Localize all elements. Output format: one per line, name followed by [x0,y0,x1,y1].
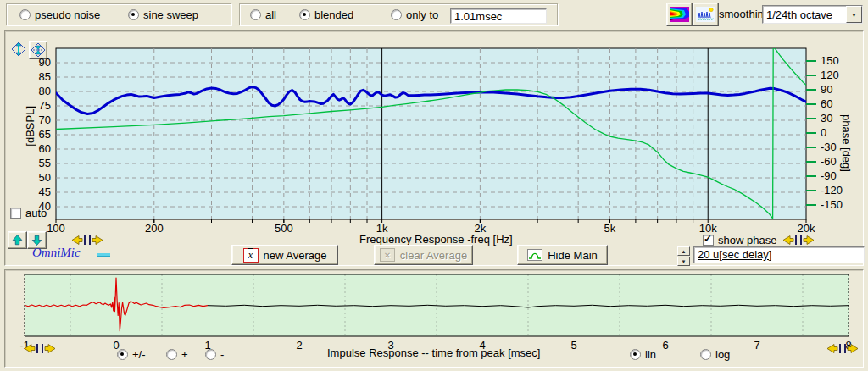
svg-text:30: 30 [821,112,832,125]
auto-scale-checkbox[interactable]: auto [10,207,47,219]
clear-average-icon: ✕ [380,248,395,262]
left-right-arrows-icon [826,343,859,354]
svg-text:100: 100 [47,222,65,235]
svg-text:50: 50 [39,171,51,184]
radio-scale-lin[interactable]: lin [630,348,656,361]
radio-label: + [181,348,188,361]
radio-label: all [265,8,276,21]
radio-label: pseudo noise [35,8,100,21]
radio-label: sine sweep [143,8,198,21]
radio-polarity-minus[interactable]: - [205,348,224,361]
spectrogram-button[interactable] [666,3,693,26]
svg-text:2: 2 [296,339,302,352]
curve-icon [527,249,542,261]
legend-omnimic-label: OmniMic [32,246,81,260]
svg-text:-30: -30 [821,141,837,153]
radio-circle [391,9,402,20]
phase-scroll-control[interactable] [782,235,815,246]
svg-text:45: 45 [39,186,51,198]
frequency-response-panel: 1002005001k2k5k10k20k9085807570656055504… [4,30,864,266]
impulse-scroll-right-control[interactable] [826,343,859,354]
new-average-button[interactable]: x new Average [231,245,338,265]
db-axis-label: [dBSPL] [24,106,36,147]
fr-chart-title: Frequency Response -freq [Hz] [359,233,513,246]
svg-text:60: 60 [39,142,51,155]
svg-text:70: 70 [39,114,51,126]
radio-label: +/- [132,348,146,361]
clear-average-button[interactable]: ✕ clear Average [374,245,473,265]
svg-text:-120: -120 [821,184,843,197]
legend-main-curve-swatch [97,253,110,257]
delay-input[interactable]: 20 u[sec delay] [693,246,865,263]
radio-scale-log[interactable]: log [700,348,730,361]
smoothing-value: 1/24th octave [763,8,846,21]
checkbox-label: show phase [718,234,776,246]
impulse-scroll-left-control[interactable] [24,343,56,354]
scroll-left-right-control[interactable] [71,235,103,246]
svg-text:0: 0 [821,126,826,139]
checkbox-box [10,208,21,219]
radio-label: only to [406,8,438,21]
svg-text:-150: -150 [821,198,843,211]
spectrogram-icon [670,7,689,22]
svg-text:-90: -90 [821,169,837,182]
svg-text:5: 5 [570,339,576,352]
checkbox-box [703,235,714,246]
svg-text:20k: 20k [798,222,815,235]
impulse-response-panel: -1012345678 +/- + - Impulse Response -- … [4,269,864,368]
svg-text:200: 200 [145,222,164,235]
smoothing-dropdown[interactable]: 1/24th octave ▼ [762,5,863,24]
frequency-response-plot[interactable]: 1002005001k2k5k10k20k9085807570656055504… [5,31,863,239]
radio-label: - [220,348,224,361]
radio-blended[interactable]: blended [299,8,353,21]
radio-circle [630,349,641,360]
waterfall-button[interactable] [693,3,719,26]
radio-circle [19,9,31,20]
radio-pseudo-noise[interactable]: pseudo noise [19,8,100,21]
svg-text:80: 80 [39,85,51,97]
svg-text:55: 55 [39,157,51,169]
phase-axis-label: phase [deg] [840,114,853,172]
spin-down-button[interactable]: ▼ [677,257,690,266]
impulse-response-plot[interactable]: -1012345678 [5,270,863,353]
signal-type-group: pseudo noise sine sweep [6,3,231,25]
radio-circle [205,349,216,360]
svg-text:6: 6 [662,339,668,352]
impulse-chart-title: Impulse Response -- time from peak [msec… [327,346,540,359]
radio-polarity-plus[interactable]: + [166,348,188,361]
shift-curve-up-button[interactable] [8,231,27,249]
delay-spinner: ▲ ▼ [677,246,690,266]
svg-text:85: 85 [39,70,51,83]
left-right-arrows-icon [71,235,103,246]
svg-text:150: 150 [821,54,839,67]
radio-label: lin [645,348,656,361]
radio-circle [166,349,177,360]
svg-text:90: 90 [39,56,51,69]
left-right-arrows-icon [782,235,815,246]
x-bar-icon: x [243,248,259,263]
dropdown-arrow-icon[interactable]: ▼ [846,6,862,23]
checkbox-label: auto [25,207,47,219]
radio-polarity-both[interactable]: +/- [117,348,146,361]
up-arrow-icon [11,234,24,246]
radio-only-to[interactable]: only to [391,8,438,21]
svg-text:90: 90 [821,83,832,96]
show-phase-checkbox[interactable]: show phase [703,234,776,246]
svg-text:60: 60 [821,97,832,110]
radio-circle [117,349,128,360]
radio-all[interactable]: all [250,8,276,21]
button-label: clear Average [400,249,467,262]
radio-sine-sweep[interactable]: sine sweep [128,8,198,21]
spin-up-button[interactable]: ▲ [677,246,690,256]
svg-text:7: 7 [754,339,760,352]
hide-main-button[interactable]: Hide Main [517,245,608,265]
radio-circle [299,9,310,20]
only-to-time-input[interactable]: 1.01msec [450,8,547,24]
waterfall-icon [696,7,715,22]
svg-text:500: 500 [275,222,293,235]
button-label: new Average [264,249,327,262]
blend-mode-group: all blended only to 1.01msec [239,3,558,25]
svg-text:75: 75 [39,99,51,112]
svg-text:120: 120 [821,69,839,81]
down-arrow-icon [31,234,43,246]
